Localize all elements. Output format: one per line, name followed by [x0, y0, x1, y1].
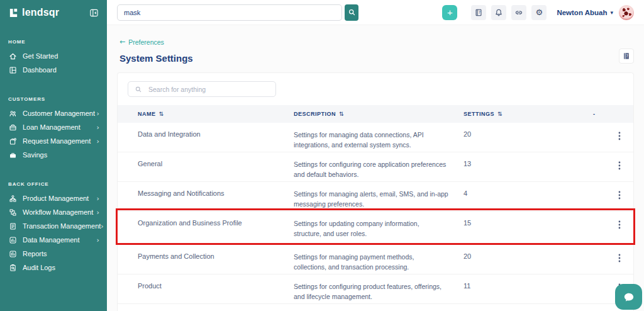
sidebar-item-workflow-management[interactable]: Workflow Management › — [8, 205, 102, 219]
home-icon — [8, 52, 18, 60]
settings-count: 11 — [464, 282, 579, 290]
topbar-icon-group: ? ⚙ — [471, 5, 547, 20]
sidebar-item-loan-management[interactable]: Loan Management › — [8, 120, 102, 134]
chevron-right-icon: › — [97, 195, 99, 203]
section-label-home: HOME — [8, 39, 102, 45]
column-header-name: NAME ⇅ — [138, 111, 294, 117]
loan-icon — [8, 123, 18, 132]
notifications-button[interactable] — [491, 5, 506, 20]
savings-icon — [8, 150, 18, 159]
sidebar-item-transaction-management[interactable]: Transaction Management › — [8, 219, 102, 233]
table-header-row: NAME ⇅ DESCRIPTION ⇅ SETTINGS ⇅ - — [118, 105, 633, 123]
row-menu-button[interactable] — [616, 130, 623, 142]
setting-description: Settings for managing data connections, … — [294, 130, 464, 150]
setting-name: Product — [138, 282, 294, 290]
setting-name: Messaging and Notifications — [138, 189, 294, 197]
setting-description: Settings for managing alerts, email, SMS… — [294, 189, 464, 210]
svg-text:?: ? — [479, 10, 481, 15]
column-header-description: DESCRIPTION ⇅ — [294, 111, 464, 117]
row-menu-button[interactable] — [616, 160, 623, 171]
settings-count: 13 — [464, 160, 579, 167]
global-search-input[interactable] — [117, 4, 342, 21]
sidebar-item-audit-logs[interactable]: Audit Logs — [8, 261, 102, 274]
setting-name: General — [138, 160, 294, 167]
main-content: ← Preferences System Settings ? NAME ⇅ D… — [107, 25, 644, 311]
table-row[interactable]: Product Settings for configuring product… — [118, 274, 633, 304]
bar-chart-icon — [8, 235, 18, 244]
settings-count: 4 — [464, 189, 579, 197]
workflow-icon — [8, 208, 18, 217]
docs-question-icon: ? — [622, 52, 631, 60]
chat-widget-button[interactable] — [615, 284, 642, 310]
page-title: System Settings — [119, 53, 634, 64]
topbar: + ? ⚙ Newton Abuah ▾ — [107, 0, 644, 25]
kebab-icon — [618, 254, 621, 263]
users-icon — [8, 109, 18, 118]
sidebar-item-customer-management[interactable]: Customer Management › — [8, 106, 102, 120]
search-button[interactable] — [345, 4, 358, 21]
user-name: Newton Abuah — [557, 9, 607, 16]
docs-question-icon: ? — [474, 8, 483, 17]
table-search[interactable] — [128, 81, 276, 97]
sidebar-item-get-started[interactable]: Get Started — [8, 49, 102, 63]
row-menu-button[interactable] — [616, 189, 623, 201]
chevron-right-icon: › — [101, 222, 103, 230]
chevron-right-icon: › — [97, 208, 99, 217]
chevron-right-icon: › — [97, 236, 99, 244]
sitemap-icon — [8, 194, 18, 203]
avatar[interactable] — [619, 5, 634, 20]
kebab-icon — [618, 161, 621, 170]
section-label-back-office: BACK OFFICE — [8, 181, 102, 187]
kebab-icon — [618, 220, 621, 229]
sidebar-item-reports[interactable]: Reports — [8, 247, 102, 261]
sidebar-item-product-management[interactable]: Product Management › — [8, 191, 102, 205]
add-button[interactable]: + — [442, 5, 457, 20]
sidebar-item-savings[interactable]: Savings — [8, 148, 102, 162]
section-label-customers: CUSTOMERS — [8, 96, 102, 102]
settings-card: NAME ⇅ DESCRIPTION ⇅ SETTINGS ⇅ - Data a… — [117, 72, 634, 311]
column-header-settings: SETTINGS ⇅ — [464, 111, 579, 117]
sort-icon[interactable]: ⇅ — [159, 111, 164, 117]
docs-button[interactable]: ? — [471, 5, 486, 20]
sidebar-collapse-icon[interactable] — [88, 7, 99, 18]
sidebar-item-data-management[interactable]: Data Management › — [8, 233, 102, 247]
integrations-button[interactable] — [511, 5, 526, 20]
row-menu-button[interactable] — [616, 219, 623, 230]
setting-name: Payments and Collection — [138, 252, 294, 260]
audit-search-icon — [8, 263, 18, 272]
breadcrumb-label: Preferences — [128, 38, 164, 46]
table-row-highlighted[interactable]: Organization and Business Profile Settin… — [118, 212, 633, 245]
table-search-input[interactable] — [147, 85, 269, 94]
sort-icon[interactable]: ⇅ — [339, 111, 344, 117]
table-row[interactable]: General Settings for configuring core ap… — [118, 152, 633, 182]
back-arrow-icon: ← — [119, 38, 125, 46]
logo-text: lendsqr — [22, 7, 88, 18]
table-row[interactable]: Payments and Collection Settings for man… — [118, 245, 633, 274]
kebab-icon — [618, 191, 621, 200]
search-icon — [135, 86, 142, 93]
setting-description: Settings for managing payment methods, c… — [294, 252, 464, 273]
sort-icon[interactable]: ⇅ — [497, 111, 502, 117]
sidebar-item-request-management[interactable]: Request Management › — [8, 134, 102, 148]
chevron-right-icon: › — [97, 137, 99, 145]
sidebar-item-dashboard[interactable]: Dashboard — [8, 63, 102, 77]
dashboard-icon — [8, 65, 18, 74]
row-menu-button[interactable] — [616, 252, 623, 264]
setting-description: Settings for configuring core applicatio… — [294, 160, 464, 180]
help-button[interactable]: ? — [619, 48, 634, 64]
chevron-right-icon: › — [97, 123, 99, 132]
user-menu[interactable]: Newton Abuah ▾ — [557, 5, 634, 20]
link-icon — [514, 8, 523, 17]
table-row[interactable]: Messaging and Notifications Settings for… — [118, 182, 633, 212]
gear-icon: ⚙ — [536, 8, 543, 17]
chevron-down-icon: ▾ — [610, 9, 613, 16]
table-row-partial — [118, 304, 633, 311]
sidebar: lendsqr HOME Get Started Dashboard CUSTO… — [0, 0, 107, 311]
column-header-actions: - — [579, 111, 633, 117]
table-row[interactable]: Data and Integration Settings for managi… — [118, 123, 633, 152]
bell-icon — [494, 8, 503, 17]
document-icon — [8, 222, 18, 230]
settings-button[interactable]: ⚙ — [531, 5, 547, 20]
breadcrumb-back-link[interactable]: ← Preferences — [119, 38, 164, 46]
setting-name: Organization and Business Profile — [138, 219, 294, 227]
